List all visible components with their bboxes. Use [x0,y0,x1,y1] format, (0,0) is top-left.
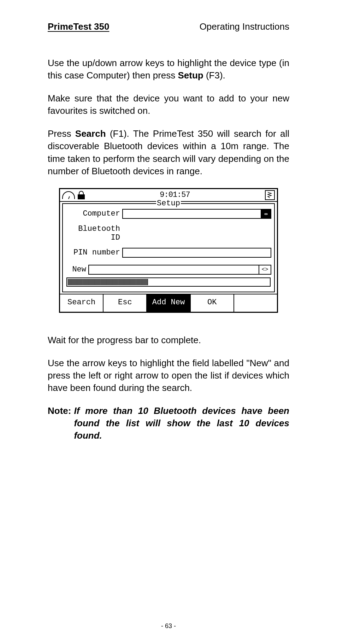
lock-icon [78,191,85,199]
progress-bar [66,277,271,287]
selector-computer-icon[interactable]: ⇔ [261,209,271,219]
status-icons-left [62,191,85,199]
softkey-f3-add-new[interactable]: Add New [147,294,190,312]
field-computer[interactable] [122,209,261,219]
device-screen: 9:01:57 Setup Computer ⇔ Bluetooth ID PI… [59,188,278,313]
bold-text: Search [75,128,106,139]
row-pin: PIN number [66,248,271,258]
note-label: Note: [48,405,71,442]
label-bluetooth: Bluetooth ID [66,224,122,242]
header-subtitle: Operating Instructions [200,21,289,32]
selector-new-icon[interactable]: <> [259,265,271,275]
page-header: PrimeTest 350 Operating Instructions [48,21,289,32]
softkey-row: Search Esc Add New OK [60,294,277,312]
setup-frame: Setup Computer ⇔ Bluetooth ID PIN number… [62,203,275,292]
frame-title: Setup [156,199,181,208]
paragraph-4: Wait for the progress bar to complete. [48,334,289,346]
text: Press [48,128,75,139]
bluetooth-device-icon [265,190,275,200]
device-screenshot-container: 9:01:57 Setup Computer ⇔ Bluetooth ID PI… [48,188,289,313]
note-text: If more than 10 Bluetooth devices have b… [74,405,289,442]
paragraph-1: Use the up/down arrow keys to highlight … [48,57,289,82]
clock: 9:01:57 [160,191,190,199]
paragraph-5: Use the arrow keys to highlight the fiel… [48,357,289,394]
field-pin[interactable] [122,248,271,258]
paragraph-3: Press Search (F1). The PrimeTest 350 wil… [48,128,289,177]
label-pin: PIN number [66,248,122,257]
row-new: New <> [66,265,271,275]
softkey-f5-empty[interactable] [234,294,277,312]
row-bluetooth: Bluetooth ID [66,224,271,242]
softkey-f4-ok[interactable]: OK [191,294,234,312]
text: Use the up/down arrow keys to highlight … [48,58,289,81]
bold-text: Setup [178,70,203,81]
label-new: New [66,265,88,274]
gauge-icon [62,191,75,199]
page-number: - 63 - [161,622,176,630]
note-block: Note: If more than 10 Bluetooth devices … [48,405,289,442]
field-new[interactable] [88,265,259,275]
softkey-f1-search[interactable]: Search [60,294,104,312]
paragraph-2: Make sure that the device you want to ad… [48,92,289,117]
progress-fill [68,279,148,285]
softkey-f2-esc[interactable]: Esc [104,294,147,312]
label-computer: Computer [66,209,122,218]
text: (F3). [203,70,225,81]
header-title: PrimeTest 350 [48,21,109,32]
row-computer: Computer ⇔ [66,209,271,219]
